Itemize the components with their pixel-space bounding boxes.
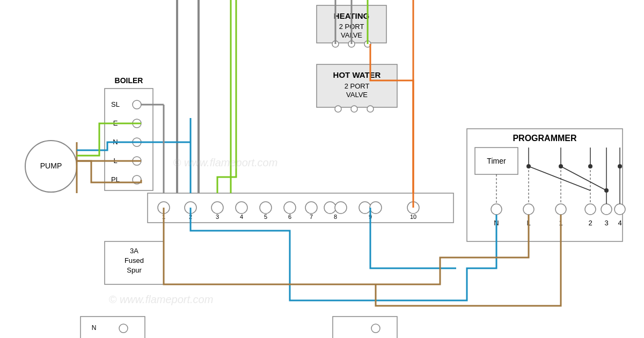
svg-rect-57	[80, 317, 145, 338]
svg-point-49	[324, 202, 336, 214]
hot-water-label: HOT WATER	[333, 70, 381, 79]
svg-point-50	[335, 202, 347, 214]
svg-point-44	[211, 202, 223, 214]
svg-point-58	[119, 324, 128, 333]
svg-point-60	[371, 324, 380, 333]
svg-point-7	[367, 106, 374, 112]
svg-point-5	[335, 106, 341, 112]
fused-spur-label2: Fused	[125, 256, 144, 264]
programmer-label: PROGRAMMER	[513, 134, 577, 143]
boiler-sl: SL	[111, 100, 120, 108]
watermark-1: © www.flameport.com	[173, 157, 278, 168]
fused-spur-label1: 3A	[130, 247, 138, 255]
svg-point-47	[284, 202, 296, 214]
timer-label: Timer	[487, 157, 506, 165]
prog-terminal-3: 3	[604, 219, 608, 227]
svg-point-52	[370, 202, 382, 214]
svg-point-15	[614, 204, 625, 215]
pump-label: PUMP	[40, 161, 62, 170]
svg-point-14	[601, 204, 612, 215]
hot-water-valve-label: 2 PORT	[345, 82, 370, 90]
svg-point-48	[305, 202, 317, 214]
terminal-6: 6	[288, 214, 291, 220]
watermark-2: © www.flameport.com	[109, 293, 214, 305]
svg-point-13	[585, 204, 596, 215]
terminal-7: 7	[310, 214, 313, 220]
fused-spur-label3: Spur	[127, 266, 142, 274]
svg-point-46	[260, 202, 272, 214]
svg-point-35	[133, 100, 141, 109]
boiler-label: BOILER	[115, 76, 143, 85]
svg-rect-8	[467, 129, 623, 241]
svg-point-10	[491, 204, 502, 215]
prog-terminal-2: 2	[588, 219, 592, 227]
terminal-5: 5	[264, 214, 267, 220]
hot-water-valve-label2: VALVE	[346, 91, 368, 99]
terminal-4: 4	[240, 214, 243, 220]
svg-point-11	[523, 204, 534, 215]
bottom-label-n: N	[92, 324, 97, 332]
svg-point-12	[555, 204, 566, 215]
terminal-10: 10	[410, 214, 416, 220]
svg-point-6	[351, 106, 357, 112]
prog-terminal-4: 4	[618, 219, 621, 227]
terminal-8: 8	[334, 214, 337, 220]
svg-point-45	[236, 202, 247, 214]
svg-rect-59	[333, 317, 397, 338]
terminal-3: 3	[216, 214, 219, 220]
svg-point-51	[359, 202, 371, 214]
